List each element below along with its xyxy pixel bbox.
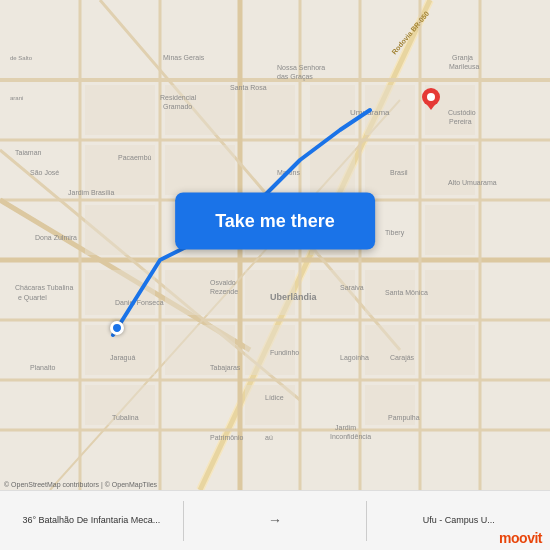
svg-rect-41 <box>365 325 415 375</box>
svg-marker-98 <box>425 102 437 110</box>
destination-pin <box>422 88 440 110</box>
svg-rect-25 <box>245 85 295 135</box>
origin-label: 36° Batalhão De Infantaria Meca... <box>22 515 160 526</box>
svg-text:Patrimônio: Patrimônio <box>210 434 244 441</box>
svg-text:Daniel Fonseca: Daniel Fonseca <box>115 299 164 306</box>
arrow-icon: → <box>268 512 282 528</box>
svg-rect-28 <box>310 85 355 135</box>
svg-text:Osvaldo: Osvaldo <box>210 279 236 286</box>
svg-text:Minas Gerais: Minas Gerais <box>163 54 205 61</box>
svg-text:Gramado: Gramado <box>163 103 192 110</box>
map-attribution: © OpenStreetMap contributors | © OpenMap… <box>4 481 157 488</box>
svg-text:e Quartel: e Quartel <box>18 294 47 302</box>
svg-text:aú: aú <box>265 434 273 441</box>
svg-text:Brasil: Brasil <box>390 169 408 176</box>
svg-text:Carajás: Carajás <box>390 354 415 362</box>
svg-text:Santa Mônica: Santa Mônica <box>385 289 428 296</box>
svg-rect-26 <box>85 205 155 255</box>
svg-rect-49 <box>425 325 475 375</box>
svg-text:Jardim: Jardim <box>335 424 356 431</box>
svg-rect-30 <box>310 145 355 195</box>
svg-rect-48 <box>425 270 475 315</box>
svg-text:Inconfidência: Inconfidência <box>330 433 371 440</box>
svg-text:Tubalina: Tubalina <box>112 414 139 421</box>
svg-text:Residencial: Residencial <box>160 94 197 101</box>
svg-rect-47 <box>425 205 475 255</box>
svg-text:Lídice: Lídice <box>265 394 284 401</box>
bottom-bar: 36° Batalhão De Infantaria Meca... → Ufu… <box>0 490 550 550</box>
svg-text:Chácaras Tubalina: Chácaras Tubalina <box>15 284 73 291</box>
svg-rect-22 <box>85 145 155 195</box>
map-container: São José Taiaman Jardim Brasília Dona Zu… <box>0 0 550 490</box>
svg-text:Tibery: Tibery <box>385 229 405 237</box>
svg-rect-46 <box>425 145 475 195</box>
moovit-logo: moovit <box>499 530 542 546</box>
svg-text:Fundinho: Fundinho <box>270 349 299 356</box>
svg-text:Dona Zulmira: Dona Zulmira <box>35 234 77 241</box>
svg-text:Nossa Senhora: Nossa Senhora <box>277 64 325 71</box>
origin-item[interactable]: 36° Batalhão De Infantaria Meca... <box>0 491 183 550</box>
svg-text:Lagoinha: Lagoinha <box>340 354 369 362</box>
svg-rect-33 <box>85 270 155 315</box>
svg-rect-23 <box>165 85 235 135</box>
svg-text:Pereira: Pereira <box>449 118 472 125</box>
svg-text:Umuarama: Umuarama <box>350 108 390 117</box>
svg-rect-24 <box>165 145 235 195</box>
svg-text:arani: arani <box>10 95 23 101</box>
take-me-there-button[interactable]: Take me there <box>175 192 375 249</box>
svg-text:Jardim Brasília: Jardim Brasília <box>68 189 114 196</box>
svg-text:Santa Rosa: Santa Rosa <box>230 84 267 91</box>
svg-text:Uberlândia: Uberlândia <box>270 292 318 302</box>
svg-text:Tabajaras: Tabajaras <box>210 364 241 372</box>
origin-pin <box>110 321 124 335</box>
svg-text:Pampulha: Pampulha <box>388 414 420 422</box>
svg-text:Granja: Granja <box>452 54 473 62</box>
svg-text:Taiaman: Taiaman <box>15 149 42 156</box>
arrow-item: → <box>184 491 367 550</box>
svg-text:das Graças: das Graças <box>277 73 313 81</box>
svg-text:de Salto: de Salto <box>10 55 33 61</box>
svg-rect-36 <box>310 270 355 315</box>
svg-text:Custódio: Custódio <box>448 109 476 116</box>
svg-text:São José: São José <box>30 169 59 176</box>
svg-text:Saraiva: Saraiva <box>340 284 364 291</box>
svg-text:Jaraguá: Jaraguá <box>110 354 135 362</box>
svg-text:Planalto: Planalto <box>30 364 55 371</box>
svg-rect-43 <box>245 385 295 425</box>
svg-text:Pacaembú: Pacaembú <box>118 154 152 161</box>
svg-text:Alto Umuarama: Alto Umuarama <box>448 179 497 186</box>
svg-point-99 <box>427 93 435 101</box>
svg-rect-21 <box>85 85 155 135</box>
svg-text:Martins: Martins <box>277 169 300 176</box>
svg-text:Marileusa: Marileusa <box>449 63 479 70</box>
svg-text:Rezende: Rezende <box>210 288 238 295</box>
destination-label: Ufu - Campus U... <box>423 515 495 526</box>
